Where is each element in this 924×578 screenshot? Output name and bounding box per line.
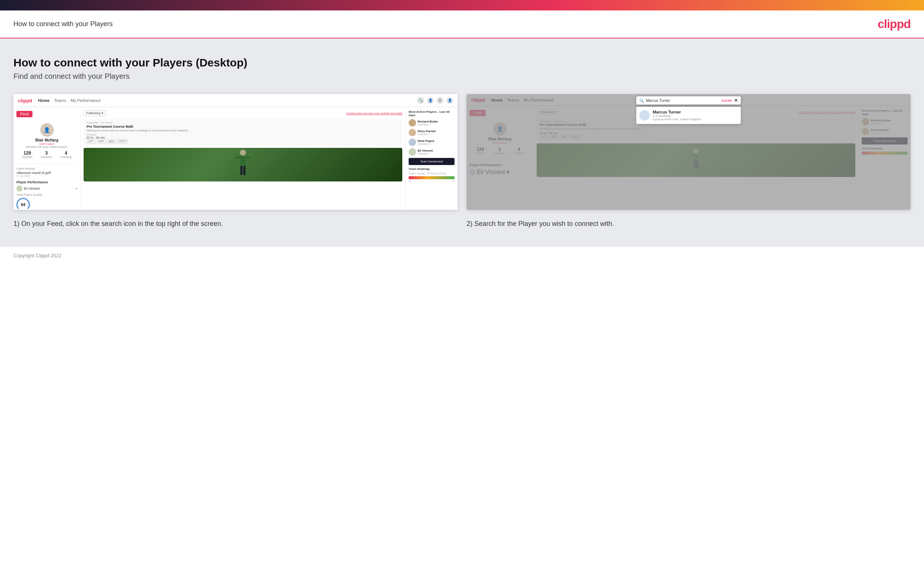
following-num: 4 <box>60 151 72 156</box>
hero-subtitle: Find and connect with your Players <box>13 72 911 81</box>
eli-avatar <box>409 148 416 156</box>
duration-label: Duration <box>87 133 399 136</box>
avatar-icon[interactable]: 👤 <box>446 97 453 104</box>
screenshot-1-box: clippd Home Teams My Performance 🔍 👤 ⚙ 👤 <box>13 94 458 210</box>
search-bar-overlay: 🔍 Marcus Turner CLEAR ✕ <box>636 96 741 104</box>
player-select-avatar <box>16 185 23 192</box>
following-button[interactable]: Following ▾ <box>84 110 106 116</box>
heatmap-labels: -5 +5 <box>409 180 455 183</box>
nav-home[interactable]: Home <box>38 98 50 103</box>
heatmap-right: +5 <box>451 180 455 183</box>
following-row: Following ▾ Control who can see your act… <box>84 110 402 116</box>
piers-activities: Activities: 4 <box>417 133 435 136</box>
svg-rect-2 <box>235 156 240 159</box>
stats-row: 129 Activities 3 Followers 4 <box>18 151 76 158</box>
most-active-title: Most Active Players - Last 30 days <box>409 110 450 117</box>
score-circle: 84 <box>16 198 30 209</box>
latest-activity-date: 27 Jul 2022 <box>16 175 77 177</box>
hiral-info: Hiral Pujara Activities: 3 <box>417 139 434 145</box>
profile-area: 👤 Blair McHarg Golf Coach Mill Ride Golf… <box>16 120 77 164</box>
search-input-text[interactable]: Marcus Turner <box>646 99 719 103</box>
screenshot-2-box: clippd Home Teams My Performance Feed 👤 <box>466 94 911 210</box>
team-dashboard-button[interactable]: Team Dashboard <box>409 158 455 165</box>
search-result-handicap: 1-5 Handicap <box>653 114 701 118</box>
eli-activities: Activities: 1 <box>417 153 433 155</box>
hiral-name: Hiral Pujara <box>417 139 434 143</box>
piers-name: Piers Parnell <box>417 130 435 133</box>
eli-info: Eli Vincent Activities: 1 <box>417 149 433 155</box>
piers-info: Piers Parnell Activities: 4 <box>417 130 435 136</box>
feed-tab[interactable]: Feed <box>16 111 32 117</box>
main-content: How to connect with your Players (Deskto… <box>0 39 924 247</box>
following-chevron: ▾ <box>102 111 104 115</box>
app-middle-panel: Following ▾ Control who can see your act… <box>81 107 405 209</box>
profile-club: Mill Ride Golf Club, United Kingdom <box>18 146 76 148</box>
activity-card-desc: Walking the course with my coach to buil… <box>87 129 399 132</box>
footer: Copyright Clippd 2022 <box>0 247 924 265</box>
svg-rect-5 <box>243 166 246 175</box>
activity-tags: OTT APP ARG PUTT <box>87 139 399 143</box>
most-active-label: Most Active Players - Last 30 days <box>409 110 455 117</box>
close-button[interactable]: ✕ <box>734 98 738 103</box>
player-select-name: Eli Vincent <box>24 187 74 190</box>
top-bar <box>0 0 924 10</box>
tag-arg: ARG <box>107 139 116 143</box>
hiral-activities: Activities: 3 <box>417 143 434 145</box>
control-link[interactable]: Control who can see your activity and da… <box>346 112 402 115</box>
search-result-item[interactable]: Marcus Turner 1-5 Handicap Cypress Point… <box>639 110 738 121</box>
profile-role: Golf Coach <box>18 142 76 146</box>
nav-teams[interactable]: Teams <box>54 98 66 103</box>
nav-my-performance[interactable]: My Performance <box>71 98 101 103</box>
player-eli: Eli Vincent Activities: 1 <box>409 148 455 156</box>
screenshot-1-col: clippd Home Teams My Performance 🔍 👤 ⚙ 👤 <box>13 94 458 229</box>
activity-card-title: Pre Tournament Course Walk <box>87 125 399 128</box>
golf-image <box>84 148 402 182</box>
hero-title: How to connect with your Players (Deskto… <box>13 56 911 69</box>
caption-1: 1) On your Feed, click on the search ico… <box>13 219 458 229</box>
hero-section: How to connect with your Players (Deskto… <box>13 56 911 81</box>
golfer-svg <box>228 149 258 181</box>
tag-app: APP <box>97 139 105 143</box>
latest-activity-label: Latest Activity <box>16 167 77 170</box>
search-result-dropdown: Marcus Turner 1-5 Handicap Cypress Point… <box>636 107 741 124</box>
app-nav-icons: 🔍 👤 ⚙ 👤 <box>417 97 453 104</box>
app-sim-1: clippd Home Teams My Performance 🔍 👤 ⚙ 👤 <box>13 94 458 210</box>
app-logo-1: clippd <box>18 98 32 104</box>
richard-info: Richard Butler Activities: 7 <box>417 120 438 126</box>
tag-ott: OTT <box>87 139 95 143</box>
app-nav-1: clippd Home Teams My Performance 🔍 👤 ⚙ 👤 <box>13 94 458 107</box>
screenshot-2-col: clippd Home Teams My Performance Feed 👤 <box>466 94 911 229</box>
hiral-avatar <box>409 138 416 146</box>
player-select-arrow: ▾ <box>76 187 77 190</box>
profile-avatar: 👤 <box>40 123 54 136</box>
svg-rect-1 <box>240 156 246 166</box>
activities-label: Activities <box>22 156 32 158</box>
search-result-name: Marcus Turner <box>653 110 701 114</box>
player-select-row[interactable]: Eli Vincent ▾ <box>16 185 77 192</box>
heatmap-bar <box>409 176 455 179</box>
heatmap-sub: Player Quality - 20 Round Trend <box>409 172 455 175</box>
team-heatmap-label: Team Heatmap <box>409 167 455 170</box>
profile-name: Blair McHarg <box>18 138 76 142</box>
search-icon[interactable]: 🔍 <box>417 97 424 104</box>
tag-putt: PUTT <box>117 139 128 143</box>
search-result-info: Marcus Turner 1-5 Handicap Cypress Point… <box>653 110 701 121</box>
settings-icon[interactable]: ⚙ <box>437 97 443 104</box>
copyright-text: Copyright Clippd 2022 <box>13 253 61 258</box>
screenshots-row: clippd Home Teams My Performance 🔍 👤 ⚙ 👤 <box>13 94 911 229</box>
activities-stat: 129 Activities <box>22 151 32 158</box>
search-result-club: Cypress Point Club, United Kingdom <box>653 118 701 121</box>
activity-yesterday: Yesterday · The Grove <box>87 121 399 124</box>
eli-name: Eli Vincent <box>417 149 433 153</box>
tpq-label: Total Player Quality <box>16 193 77 196</box>
profile-icon[interactable]: 👤 <box>427 97 434 104</box>
followers-num: 3 <box>41 151 52 156</box>
clear-button[interactable]: CLEAR <box>722 99 732 102</box>
following-stat: 4 Following <box>60 151 72 158</box>
page-title: How to connect with your Players <box>13 20 113 28</box>
followers-label: Followers <box>41 156 52 158</box>
heatmap-left: -5 <box>409 180 411 183</box>
svg-rect-4 <box>240 166 243 175</box>
richard-avatar <box>409 119 416 127</box>
followers-stat: 3 Followers <box>41 151 52 158</box>
